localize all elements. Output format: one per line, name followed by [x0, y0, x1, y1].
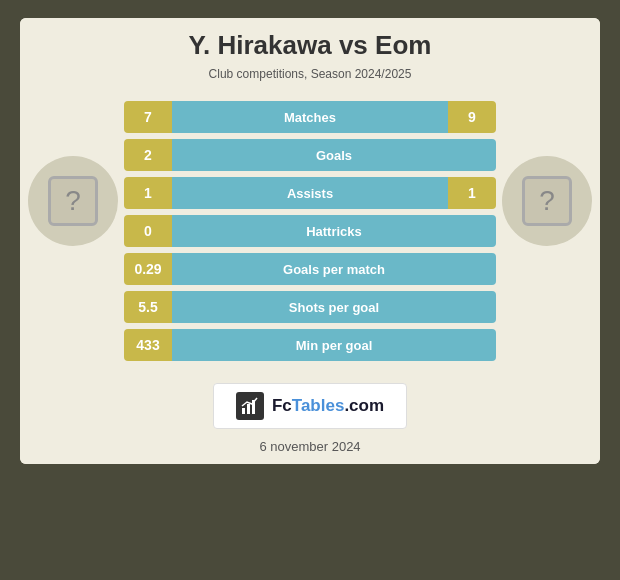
logo-text-blue: Tables [292, 396, 345, 415]
right-player-icon: ? [522, 176, 572, 226]
svg-rect-0 [242, 408, 245, 414]
chart-icon [240, 396, 260, 416]
left-player-icon: ? [48, 176, 98, 226]
page-subtitle: Club competitions, Season 2024/2025 [20, 65, 600, 91]
stat-label: Min per goal [172, 329, 496, 361]
card-wrapper: Y. Hirakawa vs Eom Club competitions, Se… [20, 18, 600, 464]
logo-text: FcTables.com [272, 396, 384, 416]
stat-label: Goals [172, 139, 496, 171]
logo-box: FcTables.com [213, 383, 407, 429]
right-player-avatar: ? [502, 156, 592, 246]
stat-left-value: 7 [124, 101, 172, 133]
date-label: 6 november 2024 [20, 435, 600, 464]
logo-icon [236, 392, 264, 420]
logo-area: FcTables.com [20, 371, 600, 435]
stat-label: Goals per match [172, 253, 496, 285]
stat-row: 7Matches9 [124, 101, 496, 133]
stat-left-value: 5.5 [124, 291, 172, 323]
stat-left-value: 1 [124, 177, 172, 209]
stat-row: 2Goals [124, 139, 496, 171]
stat-right-value: 9 [448, 101, 496, 133]
stat-left-value: 433 [124, 329, 172, 361]
stats-column: 7Matches92Goals1Assists10Hattricks0.29Go… [118, 101, 502, 361]
stat-right-value: 1 [448, 177, 496, 209]
stat-left-value: 0.29 [124, 253, 172, 285]
stat-label: Matches [172, 101, 448, 133]
stat-left-value: 0 [124, 215, 172, 247]
main-container: Y. Hirakawa vs Eom Club competitions, Se… [0, 0, 620, 580]
stat-label: Shots per goal [172, 291, 496, 323]
stat-row: 0Hattricks [124, 215, 496, 247]
stat-label: Hattricks [172, 215, 496, 247]
left-player-avatar: ? [28, 156, 118, 246]
svg-rect-1 [247, 404, 250, 414]
stat-row: 0.29Goals per match [124, 253, 496, 285]
stat-label: Assists [172, 177, 448, 209]
stat-left-value: 2 [124, 139, 172, 171]
stat-row: 5.5Shots per goal [124, 291, 496, 323]
stat-row: 433Min per goal [124, 329, 496, 361]
page-title: Y. Hirakawa vs Eom [20, 18, 600, 65]
stat-row: 1Assists1 [124, 177, 496, 209]
content-area: ? 7Matches92Goals1Assists10Hattricks0.29… [20, 91, 600, 371]
